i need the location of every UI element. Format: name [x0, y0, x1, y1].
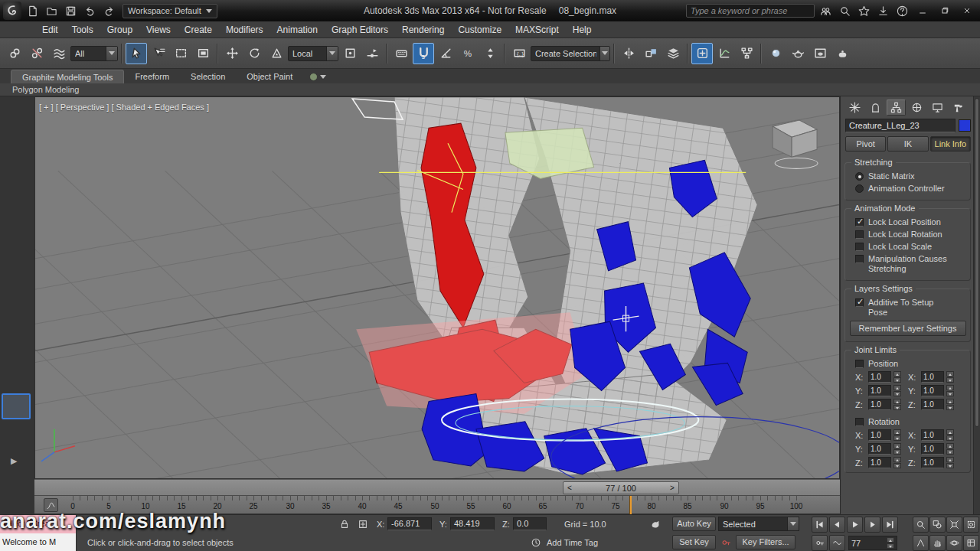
playhead-marker[interactable] — [629, 496, 632, 514]
rotation-y-max-spinner[interactable]: 1.0 — [921, 443, 944, 455]
named-selection-sets-combo[interactable]: Create Selection Se — [531, 46, 610, 61]
spinner-arrows[interactable] — [893, 399, 901, 410]
mirror-icon[interactable] — [618, 43, 639, 64]
graphite-ribbon-toggle-icon[interactable] — [691, 43, 713, 64]
track-bar[interactable]: 0 5 10 15 20 25 30 35 40 45 50 55 60 65 … — [34, 496, 840, 514]
spinner-arrows[interactable] — [946, 399, 954, 410]
previous-frame-arrow[interactable]: < — [564, 482, 576, 494]
spinner-snap-toggle-icon[interactable] — [479, 43, 501, 64]
spinner-arrows[interactable] — [893, 385, 901, 396]
time-configuration-icon[interactable] — [829, 535, 845, 551]
render-production-icon[interactable] — [831, 43, 853, 64]
checkbox-position[interactable]: Position — [855, 359, 966, 369]
rotation-x-max-spinner[interactable]: 1.0 — [921, 429, 944, 441]
selected-filter-dropdown[interactable]: Selected — [718, 517, 799, 531]
add-time-tag[interactable]: Add Time Tag — [547, 536, 598, 549]
play-animation-icon[interactable] — [847, 517, 863, 533]
maxscript-listener-white[interactable]: Welcome to M — [0, 533, 77, 551]
position-z-min-spinner[interactable]: 1.0 — [868, 399, 891, 410]
new-file-icon[interactable] — [24, 2, 41, 19]
select-and-link-icon[interactable] — [4, 43, 25, 64]
tab-freeform[interactable]: Freeform — [124, 70, 180, 83]
schematic-view-icon[interactable] — [736, 43, 757, 64]
rotation-z-max-spinner[interactable]: 1.0 — [921, 457, 944, 468]
checkbox-lock-local-rotation[interactable]: Lock Local Rotation — [855, 230, 966, 240]
set-key-button[interactable]: Set Key — [672, 535, 716, 549]
favorites-star-icon[interactable] — [855, 2, 872, 19]
display-panel-icon[interactable] — [928, 99, 947, 116]
object-color-swatch[interactable] — [959, 119, 971, 132]
set-key-icon[interactable] — [718, 535, 733, 550]
menu-customize[interactable]: Customize — [451, 21, 508, 38]
ik-tab[interactable]: IK — [887, 136, 928, 152]
checkbox-rotation[interactable]: Rotation — [855, 417, 966, 427]
render-setup-icon[interactable] — [787, 43, 808, 64]
ribbon-options-dropdown[interactable] — [309, 70, 326, 83]
download-icon[interactable] — [874, 2, 891, 19]
spinner-arrows[interactable] — [893, 429, 901, 441]
go-to-start-icon[interactable] — [812, 517, 828, 533]
menu-animation[interactable]: Animation — [270, 21, 325, 38]
previous-frame-icon[interactable] — [829, 517, 845, 533]
position-y-max-spinner[interactable]: 1.0 — [921, 385, 944, 396]
menu-rendering[interactable]: Rendering — [395, 21, 451, 38]
radio-animation-controller[interactable]: Animation Controller — [855, 184, 966, 194]
x-coordinate-field[interactable]: -66.871 — [387, 517, 432, 530]
spinner-arrows[interactable] — [887, 537, 894, 549]
viewport-layout-tab[interactable] — [2, 393, 31, 419]
spinner-arrows[interactable] — [946, 371, 954, 383]
motion-panel-icon[interactable] — [907, 99, 926, 116]
angle-snap-toggle-icon[interactable] — [435, 43, 456, 64]
undo-icon[interactable] — [81, 2, 98, 19]
use-pivot-point-center-icon[interactable] — [339, 43, 361, 64]
time-slider[interactable]: < 77 / 100 > — [34, 479, 840, 496]
checkbox-additive-to-setup-pose[interactable]: Additive To Setup Pose — [855, 298, 947, 318]
maxscript-listener-pink[interactable]: select $Crea — [0, 515, 77, 533]
script-listener-icon[interactable] — [648, 517, 663, 532]
expand-arrow-icon[interactable]: ▶ — [11, 456, 21, 467]
go-to-end-icon[interactable] — [882, 517, 898, 533]
material-editor-icon[interactable] — [765, 43, 786, 64]
help-icon[interactable] — [893, 2, 910, 19]
remember-layer-settings-button[interactable]: Remember Layer Settings — [850, 321, 966, 336]
position-z-max-spinner[interactable]: 1.0 — [921, 399, 944, 410]
pivot-tab[interactable]: Pivot — [845, 136, 886, 152]
checkbox-lock-local-scale[interactable]: Lock Local Scale — [855, 242, 966, 252]
select-and-rotate-icon[interactable] — [243, 43, 265, 64]
spinner-arrows[interactable] — [946, 443, 954, 455]
curve-editor-icon[interactable] — [714, 43, 735, 64]
search-icon[interactable] — [836, 2, 853, 19]
utilities-panel-icon[interactable] — [949, 99, 968, 116]
next-frame-arrow[interactable]: > — [666, 482, 678, 494]
maximize-button[interactable] — [935, 3, 955, 18]
orbit-icon[interactable] — [946, 535, 962, 551]
community-icon[interactable] — [817, 2, 834, 19]
absolute-mode-icon[interactable] — [355, 517, 371, 532]
unlink-selection-icon[interactable] — [26, 43, 47, 64]
perspective-viewport[interactable]: [ + ] [ Perspective ] [ Shaded + Edged F… — [34, 96, 840, 479]
spinner-arrows[interactable] — [893, 457, 901, 468]
command-panel-scrollbar[interactable] — [973, 96, 980, 514]
workspace-dropdown[interactable]: Workspace: Default — [122, 4, 217, 18]
3dsmax-logo-icon[interactable] — [3, 2, 21, 20]
field-of-view-icon[interactable] — [913, 535, 929, 551]
select-and-manipulate-icon[interactable] — [361, 43, 383, 64]
select-by-name-icon[interactable] — [148, 43, 169, 64]
maximize-viewport-icon[interactable] — [963, 535, 979, 551]
key-filters-button[interactable]: Key Filters... — [736, 535, 795, 549]
spinner-arrows[interactable] — [893, 443, 901, 455]
minimize-button[interactable] — [913, 3, 933, 18]
select-object-icon[interactable] — [126, 43, 147, 64]
pan-icon[interactable] — [929, 535, 946, 551]
zoom-region-icon[interactable] — [963, 517, 979, 533]
time-slider-handle[interactable]: < 77 / 100 > — [563, 481, 679, 494]
zoom-extents-icon[interactable] — [946, 517, 962, 533]
tab-selection[interactable]: Selection — [180, 70, 236, 83]
scrollbar-thumb[interactable] — [975, 98, 979, 427]
auto-key-button[interactable]: Auto Key — [672, 517, 716, 531]
viewport-label[interactable]: [ + ] [ Perspective ] [ Shaded + Edged F… — [39, 103, 209, 112]
y-coordinate-field[interactable]: 48.419 — [450, 517, 495, 530]
position-x-min-spinner[interactable]: 1.0 — [868, 371, 891, 383]
tab-graphite-modeling-tools[interactable]: Graphite Modeling Tools — [11, 70, 124, 83]
bind-to-space-warp-icon[interactable] — [48, 43, 70, 64]
